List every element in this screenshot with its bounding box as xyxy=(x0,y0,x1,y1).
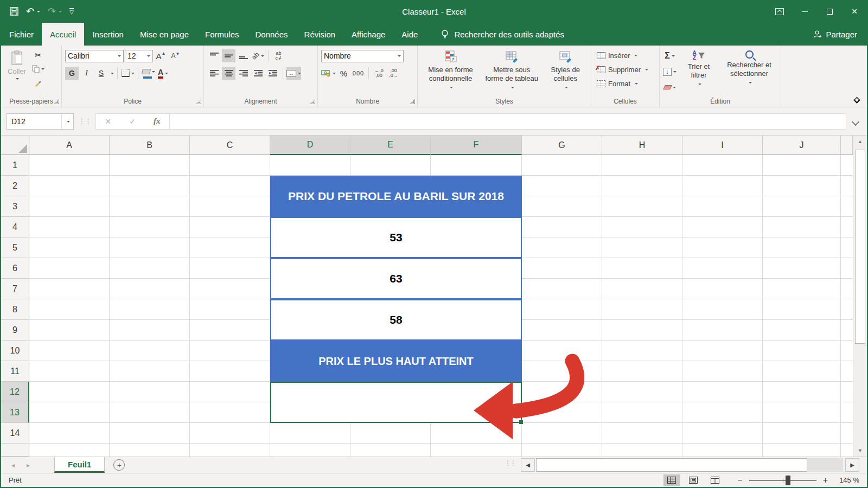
align-middle-button[interactable] xyxy=(222,49,235,62)
row-header-8[interactable]: 8 xyxy=(1,299,29,320)
align-top-button[interactable] xyxy=(207,49,221,62)
align-left-button[interactable] xyxy=(207,67,221,80)
delete-cells-button[interactable]: ✗ Supprimer xyxy=(595,62,650,76)
column-header-d[interactable]: D xyxy=(270,136,350,155)
column-header-partial[interactable] xyxy=(841,136,853,155)
align-bottom-button[interactable] xyxy=(237,49,250,62)
column-header-e[interactable]: E xyxy=(350,136,431,155)
row-header-13[interactable]: 13 xyxy=(1,402,29,423)
collapse-ribbon-button[interactable] xyxy=(853,97,860,104)
selected-cell-d12[interactable] xyxy=(270,382,522,423)
accounting-format-button[interactable] xyxy=(321,67,336,80)
tab-scroll-splitter[interactable]: ⋮⋮ xyxy=(505,459,515,467)
row-header-14[interactable]: 14 xyxy=(1,423,29,444)
font-color-button[interactable]: A xyxy=(156,67,170,80)
horizontal-scroll-thumb[interactable] xyxy=(536,458,807,472)
tab-fichier[interactable]: Fichier xyxy=(1,23,42,46)
borders-button[interactable] xyxy=(121,67,135,80)
decrease-indent-button[interactable] xyxy=(251,67,265,80)
insert-cells-button[interactable]: ← Insérer xyxy=(595,48,640,62)
fill-button[interactable]: ↓ xyxy=(663,65,676,78)
shrink-font-button[interactable]: A▼ xyxy=(169,49,182,62)
number-format-combo[interactable]: Nombre xyxy=(321,50,404,62)
grow-font-button[interactable]: A▲ xyxy=(154,49,168,62)
column-header-g[interactable]: G xyxy=(522,136,602,155)
find-select-button[interactable]: Rechercher et sélectionner xyxy=(721,48,777,97)
column-header-h[interactable]: H xyxy=(602,136,682,155)
cell-styles-button[interactable]: Styles de cellules xyxy=(543,48,588,97)
cell-value-d4[interactable]: 53 xyxy=(270,217,522,258)
row-header-4[interactable]: 4 xyxy=(1,217,29,237)
select-all-corner[interactable] xyxy=(1,136,29,155)
formula-bar-splitter[interactable]: ⋮⋮ xyxy=(78,117,91,125)
align-center-button[interactable] xyxy=(222,67,235,80)
orientation-button[interactable]: ab xyxy=(251,49,265,62)
italic-button[interactable]: I xyxy=(80,67,93,80)
autosum-button[interactable]: Σ xyxy=(663,49,676,62)
copy-button[interactable] xyxy=(31,62,45,75)
percent-style-button[interactable]: % xyxy=(337,67,350,80)
row-header-1[interactable]: 1 xyxy=(1,155,29,176)
font-name-combo[interactable]: Calibri xyxy=(65,50,124,62)
row-header-partial[interactable] xyxy=(1,444,29,457)
font-dialog-launcher[interactable] xyxy=(196,99,201,104)
clipboard-dialog-launcher[interactable] xyxy=(54,99,59,104)
tab-insertion[interactable]: Insertion xyxy=(84,23,132,46)
align-right-button[interactable] xyxy=(237,67,250,80)
format-painter-button[interactable] xyxy=(31,76,45,89)
tab-aide[interactable]: Aide xyxy=(393,23,426,46)
vertical-scrollbar[interactable]: ▲ ▼ xyxy=(853,136,867,457)
new-sheet-button[interactable]: + xyxy=(113,459,125,471)
next-sheet-button[interactable]: ▸ xyxy=(21,457,36,473)
decrease-decimal-button[interactable]: ,00,0→ xyxy=(387,67,400,80)
column-header-i[interactable]: I xyxy=(682,136,763,155)
normal-view-button[interactable] xyxy=(663,474,680,486)
row-header-12[interactable]: 12 xyxy=(1,382,29,402)
bold-button[interactable]: G xyxy=(65,67,79,80)
zoom-level[interactable]: 145 % xyxy=(834,476,859,484)
name-box-dropdown[interactable] xyxy=(61,114,73,129)
row-header-3[interactable]: 3 xyxy=(1,196,29,217)
previous-sheet-button[interactable]: ◂ xyxy=(5,457,21,473)
zoom-slider-handle[interactable] xyxy=(786,476,790,485)
cell-label-d10[interactable]: PRIX LE PLUS HAUT ATTEINT xyxy=(270,341,522,382)
row-header-7[interactable]: 7 xyxy=(1,279,29,299)
clear-button[interactable] xyxy=(663,81,676,94)
underline-dropdown-icon[interactable] xyxy=(111,73,114,76)
cut-button[interactable]: ✂ xyxy=(31,48,45,61)
row-header-9[interactable]: 9 xyxy=(1,320,29,341)
cancel-button[interactable]: ✕ xyxy=(105,117,112,126)
alignment-dialog-launcher[interactable] xyxy=(310,99,315,104)
tab-affichage[interactable]: Affichage xyxy=(343,23,393,46)
minimize-button[interactable] xyxy=(792,0,817,23)
row-header-5[interactable]: 5 xyxy=(1,237,29,258)
number-dialog-launcher[interactable] xyxy=(410,99,415,104)
row-header-10[interactable]: 10 xyxy=(1,341,29,361)
paste-button[interactable]: Coller xyxy=(4,48,29,89)
underline-button[interactable]: S xyxy=(94,67,108,80)
sheet-tab-feuil1[interactable]: Feuil1 xyxy=(54,457,105,473)
wrap-text-button[interactable]: abc↲ xyxy=(272,49,285,62)
row-header-2[interactable]: 2 xyxy=(1,176,29,196)
fill-color-button[interactable] xyxy=(142,67,155,80)
tab-mise-en-page[interactable]: Mise en page xyxy=(132,23,197,46)
scroll-up-button[interactable]: ▲ xyxy=(853,136,867,147)
redo-button[interactable]: ↷ xyxy=(48,7,62,16)
name-box[interactable]: D12 xyxy=(7,113,74,130)
increase-indent-button[interactable] xyxy=(266,67,279,80)
tab-accueil[interactable]: Accueil xyxy=(42,23,84,46)
column-header-a[interactable]: A xyxy=(29,136,110,155)
page-break-view-button[interactable] xyxy=(707,474,723,486)
horizontal-scrollbar[interactable] xyxy=(536,458,843,472)
column-header-b[interactable]: B xyxy=(110,136,190,155)
format-cells-button[interactable]: Format xyxy=(595,76,640,91)
vertical-scroll-thumb[interactable] xyxy=(855,150,865,344)
cell-title-d2[interactable]: PRIX DU PETROLE AU BARIL SUR 2018 xyxy=(270,176,522,217)
save-button[interactable] xyxy=(10,7,18,16)
tell-me-search[interactable]: Rechercher des outils adaptés xyxy=(441,23,564,46)
cell-value-d8[interactable]: 58 xyxy=(270,299,522,341)
comma-style-button[interactable]: 000 xyxy=(352,67,365,80)
column-header-j[interactable]: J xyxy=(763,136,841,155)
page-layout-view-button[interactable] xyxy=(685,474,701,486)
hscroll-left-button[interactable]: ◀ xyxy=(521,458,535,472)
